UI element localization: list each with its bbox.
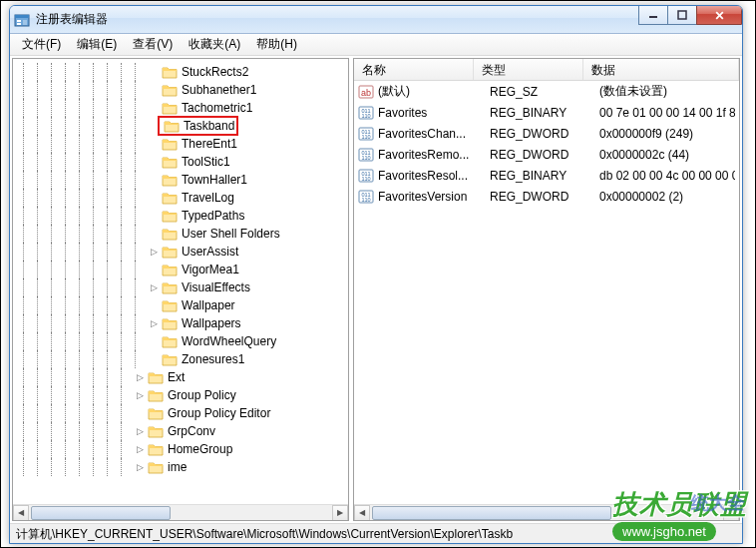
tree-hscroll[interactable]: ◀ ▶ [13, 504, 348, 520]
tree-item[interactable]: TypedPaths [13, 207, 348, 225]
expander-icon[interactable]: ▷ [149, 314, 160, 332]
expander-icon [149, 99, 160, 117]
tree-item[interactable]: ▷Ext [13, 368, 348, 386]
string-value-icon [358, 84, 374, 100]
maximize-button[interactable] [667, 5, 697, 25]
tree-item[interactable]: Taskband [13, 117, 348, 135]
value-name: FavoritesChan... [378, 127, 490, 141]
tree-label: Taskband [184, 119, 234, 133]
tree-item[interactable]: ▷VisualEffects [13, 278, 348, 296]
menu-view[interactable]: 查看(V) [125, 34, 181, 55]
folder-icon [162, 316, 178, 330]
tree-item[interactable]: Subhanether1 [13, 81, 348, 99]
tree-item[interactable]: Tachometric1 [13, 99, 348, 117]
tree-item[interactable]: User Shell Folders [13, 225, 348, 243]
value-row[interactable]: FavoritesVersionREG_DWORD0x00000002 (2) [354, 186, 739, 207]
folder-icon [148, 388, 164, 402]
expander-icon[interactable]: ▷ [149, 278, 160, 296]
value-row[interactable]: FavoritesRemo...REG_DWORD0x0000002c (44) [354, 144, 739, 165]
scroll-track[interactable] [29, 505, 332, 521]
binary-value-icon [358, 189, 374, 205]
value-row[interactable]: FavoritesResol...REG_BINARYdb 02 00 00 4… [354, 165, 739, 186]
tree-label: Zonesures1 [182, 352, 244, 366]
list-panel: 名称 类型 数据 (默认)REG_SZ(数值未设置)FavoritesREG_B… [353, 58, 740, 521]
expander-icon [149, 135, 160, 153]
tree-item[interactable]: ▷Wallpapers [13, 314, 348, 332]
status-path: 计算机\HKEY_CURRENT_USER\Software\Microsoft… [16, 527, 513, 541]
folder-icon [162, 209, 178, 223]
tree-item[interactable]: ▷GrpConv [13, 422, 348, 440]
value-data: 0x0000002c (44) [599, 148, 735, 162]
close-button[interactable] [696, 5, 742, 25]
expander-icon[interactable]: ▷ [135, 422, 146, 440]
expander-icon [135, 404, 146, 422]
tree-label: HomeGroup [168, 442, 232, 456]
folder-icon [148, 442, 164, 456]
expander-icon[interactable]: ▷ [135, 440, 146, 458]
value-row[interactable]: FavoritesChan...REG_DWORD0x000000f9 (249… [354, 123, 739, 144]
minimize-button[interactable] [638, 5, 668, 25]
tree-item[interactable]: ToolStic1 [13, 153, 348, 171]
tree-item[interactable]: Wallpaper [13, 296, 348, 314]
tree-item[interactable]: StuckRects2 [13, 63, 348, 81]
header-data[interactable]: 数据 [583, 59, 739, 80]
menu-favorites[interactable]: 收藏夹(A) [181, 34, 248, 55]
header-type[interactable]: 类型 [474, 59, 583, 80]
scroll-thumb[interactable] [372, 506, 611, 520]
folder-icon [162, 298, 178, 312]
scroll-thumb[interactable] [31, 506, 171, 520]
scroll-left-button[interactable]: ◀ [13, 505, 29, 521]
tree-item[interactable]: ▷UserAssist [13, 243, 348, 261]
expander-icon [149, 207, 160, 225]
tree-label: GrpConv [168, 424, 215, 438]
list-hscroll[interactable]: ◀ ▶ [354, 504, 739, 520]
value-name: FavoritesRemo... [378, 148, 490, 162]
folder-icon [162, 173, 178, 187]
tree-label: ToolStic1 [182, 155, 230, 169]
scroll-right-button[interactable]: ▶ [723, 505, 739, 521]
tree-item[interactable]: WordWheelQuery [13, 332, 348, 350]
expander-icon[interactable]: ▷ [135, 458, 146, 476]
tree-item[interactable]: TravelLog [13, 189, 348, 207]
tree-item[interactable]: Group Policy Editor [13, 404, 348, 422]
tree-item[interactable]: ▷ime [13, 458, 348, 476]
binary-value-icon [358, 126, 374, 142]
list-header: 名称 类型 数据 [354, 59, 739, 81]
titlebar[interactable]: 注册表编辑器 [10, 6, 742, 34]
scroll-track[interactable] [370, 505, 723, 521]
window-controls [639, 5, 742, 25]
tree-item[interactable]: ▷HomeGroup [13, 440, 348, 458]
window-title: 注册表编辑器 [36, 11, 738, 28]
expander-icon [149, 296, 160, 314]
tree-item[interactable]: TownHaller1 [13, 171, 348, 189]
scroll-right-button[interactable]: ▶ [332, 505, 348, 521]
statusbar: 计算机\HKEY_CURRENT_USER\Software\Microsoft… [10, 523, 742, 543]
tree-item[interactable]: ▷Group Policy [13, 386, 348, 404]
expander-icon [149, 81, 160, 99]
tree-panel: StuckRects2Subhanether1Tachometric1Taskb… [12, 58, 349, 521]
expander-icon[interactable]: ▷ [135, 386, 146, 404]
expander-icon [149, 261, 160, 278]
menu-edit[interactable]: 编辑(E) [69, 34, 125, 55]
tree-item[interactable]: ThereEnt1 [13, 135, 348, 153]
scroll-left-button[interactable]: ◀ [354, 505, 370, 521]
registry-tree[interactable]: StuckRects2Subhanether1Tachometric1Taskb… [13, 59, 348, 480]
tree-item[interactable]: VigorMea1 [13, 261, 348, 278]
tree-label: User Shell Folders [182, 227, 280, 241]
value-list[interactable]: (默认)REG_SZ(数值未设置)FavoritesREG_BINARY00 7… [354, 81, 739, 207]
value-name: FavoritesVersion [378, 190, 490, 204]
menu-file[interactable]: 文件(F) [14, 34, 69, 55]
expander-icon [149, 189, 160, 207]
tree-item[interactable]: Zonesures1 [13, 350, 348, 368]
value-row[interactable]: (默认)REG_SZ(数值未设置) [354, 81, 739, 102]
expander-icon[interactable]: ▷ [149, 243, 160, 261]
header-name[interactable]: 名称 [354, 59, 474, 80]
tree-label: StuckRects2 [182, 65, 248, 79]
folder-icon [162, 352, 178, 366]
expander-icon[interactable]: ▷ [135, 368, 146, 386]
value-name: Favorites [378, 106, 490, 120]
value-row[interactable]: FavoritesREG_BINARY00 7e 01 00 00 14 00 … [354, 102, 739, 123]
menu-help[interactable]: 帮助(H) [248, 34, 305, 55]
tree-label: TypedPaths [182, 209, 244, 223]
expander-icon [149, 225, 160, 243]
